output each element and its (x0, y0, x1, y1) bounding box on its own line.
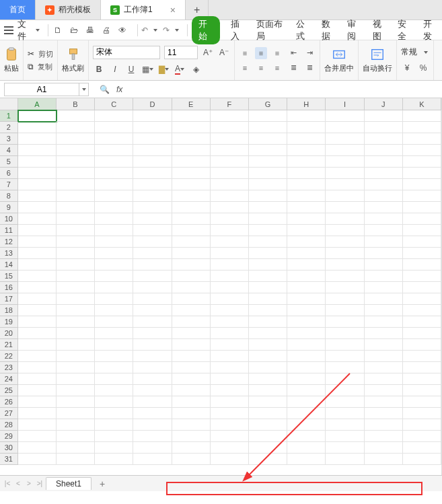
cell[interactable] (57, 248, 95, 259)
column-header[interactable]: F (211, 98, 249, 110)
cell[interactable] (287, 442, 326, 454)
cell[interactable] (133, 236, 172, 248)
font-color-button[interactable]: A (174, 63, 186, 75)
cell[interactable] (133, 385, 172, 396)
cell[interactable] (18, 339, 57, 351)
row-header[interactable]: 7 (0, 179, 18, 190)
ribbon-tab-insert[interactable]: 插入 (231, 18, 246, 42)
cell[interactable] (18, 213, 57, 225)
cell[interactable] (211, 110, 249, 122)
cell[interactable] (172, 225, 211, 236)
cell[interactable] (326, 122, 364, 133)
cell[interactable] (172, 408, 211, 419)
cell[interactable] (95, 396, 133, 408)
italic-button[interactable]: I (109, 63, 121, 75)
cell[interactable] (365, 351, 403, 362)
sheet-nav-last[interactable]: >| (35, 480, 44, 487)
cell[interactable] (249, 339, 287, 351)
align-bottom-icon[interactable]: ≡ (271, 47, 283, 59)
row-header[interactable]: 24 (0, 373, 18, 385)
cell[interactable] (287, 110, 326, 122)
cell[interactable] (133, 328, 172, 339)
cell[interactable] (18, 385, 57, 396)
cell[interactable] (133, 271, 172, 282)
row-header[interactable]: 23 (0, 362, 18, 373)
row-header[interactable]: 8 (0, 190, 18, 202)
cell[interactable] (326, 351, 364, 362)
column-header[interactable]: B (57, 98, 95, 110)
caret-down-icon[interactable] (153, 29, 157, 32)
cell[interactable] (18, 110, 57, 122)
sheet-tab[interactable]: Sheet1 (46, 477, 91, 490)
cell[interactable] (18, 179, 57, 190)
row-header[interactable]: 12 (0, 236, 18, 248)
percent-icon[interactable]: % (417, 62, 429, 74)
cell[interactable] (95, 122, 133, 133)
cell[interactable] (133, 133, 172, 145)
cell[interactable] (403, 431, 441, 442)
cell[interactable] (95, 202, 133, 213)
cell[interactable] (95, 316, 133, 328)
cell[interactable] (249, 396, 287, 408)
cell[interactable] (133, 293, 172, 305)
align-right-icon[interactable]: ≡ (271, 62, 283, 74)
cell[interactable] (249, 282, 287, 293)
fill-color-button[interactable]: ▇ (157, 63, 170, 75)
cell[interactable] (403, 282, 441, 293)
cell[interactable] (95, 408, 133, 419)
cell[interactable] (95, 282, 133, 293)
cell[interactable] (365, 419, 403, 431)
ribbon-tab-data[interactable]: 数据 (322, 18, 336, 42)
cell[interactable] (326, 213, 364, 225)
cell[interactable] (57, 431, 95, 442)
currency-icon[interactable]: ¥ (401, 62, 413, 74)
column-header[interactable]: D (133, 98, 172, 110)
cell[interactable] (211, 293, 249, 305)
tab-workbook[interactable]: S 工作簿1 × (101, 0, 186, 20)
row-header[interactable]: 10 (0, 213, 18, 225)
cell[interactable] (211, 339, 249, 351)
name-box[interactable] (5, 83, 79, 96)
cell[interactable] (249, 373, 287, 385)
cell[interactable] (133, 179, 172, 190)
cell[interactable] (211, 316, 249, 328)
cell[interactable] (18, 351, 57, 362)
cell[interactable] (133, 396, 172, 408)
cell[interactable] (172, 339, 211, 351)
cell[interactable] (57, 168, 95, 179)
cell[interactable] (95, 351, 133, 362)
row-header[interactable]: 22 (0, 351, 18, 362)
cell[interactable] (95, 145, 133, 156)
row-header[interactable]: 16 (0, 282, 18, 293)
cell[interactable] (365, 168, 403, 179)
cell[interactable] (95, 385, 133, 396)
cell[interactable] (57, 145, 95, 156)
indent-increase-icon[interactable]: ⇥ (303, 47, 316, 59)
cell[interactable] (249, 145, 287, 156)
cell[interactable] (172, 236, 211, 248)
font-name-select[interactable] (93, 46, 160, 59)
cell[interactable] (326, 293, 364, 305)
cell[interactable] (18, 133, 57, 145)
cell[interactable] (403, 168, 441, 179)
cell[interactable] (403, 408, 441, 419)
cell[interactable] (326, 225, 364, 236)
cell[interactable] (18, 454, 57, 465)
cell[interactable] (172, 202, 211, 213)
cell[interactable] (57, 408, 95, 419)
cell[interactable] (365, 225, 403, 236)
cell[interactable] (95, 168, 133, 179)
cell[interactable] (287, 282, 326, 293)
cell[interactable] (172, 316, 211, 328)
cell[interactable] (211, 168, 249, 179)
row-header[interactable]: 19 (0, 316, 18, 328)
cell[interactable] (172, 213, 211, 225)
row-header[interactable]: 30 (0, 442, 18, 454)
cell[interactable] (133, 190, 172, 202)
row-header[interactable]: 17 (0, 293, 18, 305)
ribbon-tab-formulas[interactable]: 公式 (296, 18, 311, 42)
cell[interactable] (172, 190, 211, 202)
row-header[interactable]: 31 (0, 454, 18, 465)
row-header[interactable]: 6 (0, 168, 18, 179)
sheet-nav-prev[interactable]: < (13, 480, 23, 487)
